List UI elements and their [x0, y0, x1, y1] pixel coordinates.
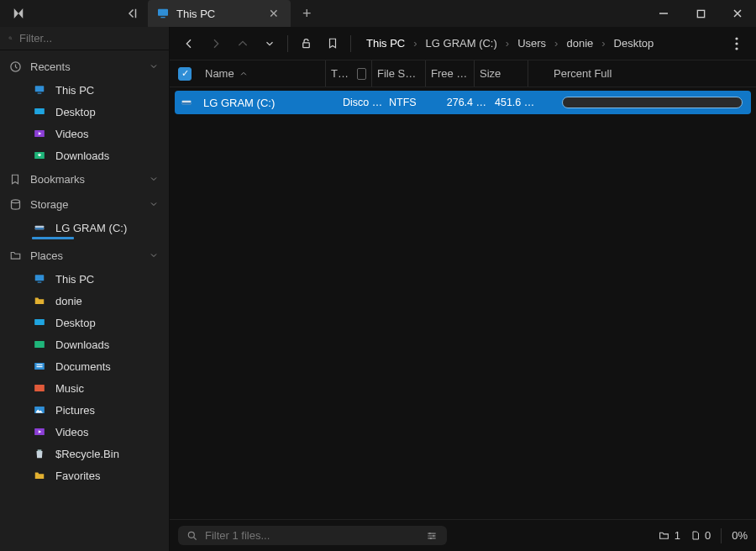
- column-free[interactable]: Free …: [426, 60, 475, 87]
- row-size: 451.6 …: [491, 97, 545, 108]
- new-tab-button[interactable]: +: [291, 5, 323, 23]
- bookmark-button[interactable]: [320, 31, 345, 56]
- row-type: Disco …: [343, 97, 389, 108]
- sidebar-item-label: Desktop: [55, 106, 96, 118]
- crumb-desktop[interactable]: Desktop: [609, 34, 659, 53]
- nav-back-button[interactable]: [176, 31, 202, 56]
- row-free: 276.4 …: [443, 97, 491, 108]
- sidebar-section-recents[interactable]: Recents: [0, 54, 169, 79]
- chevron-down-icon: [149, 61, 159, 71]
- unlock-button[interactable]: [293, 31, 318, 56]
- separator: [721, 528, 722, 543]
- crumb-donie[interactable]: donie: [561, 34, 598, 53]
- sidebar-item-documents[interactable]: Documents: [0, 355, 169, 377]
- chevron-down-icon: [149, 250, 159, 260]
- sidebar-item-favorites[interactable]: Favorites: [0, 464, 169, 486]
- svg-rect-5: [35, 86, 45, 92]
- svg-rect-29: [182, 102, 192, 104]
- crumb-this-pc[interactable]: This PC: [361, 34, 410, 53]
- crumb-users[interactable]: Users: [512, 34, 551, 53]
- sidebar-filter-input[interactable]: [19, 32, 160, 45]
- column-name[interactable]: Name: [200, 60, 326, 87]
- sidebar-item-videos-2[interactable]: Videos: [0, 421, 169, 443]
- row-filesystem: NTFS: [389, 97, 443, 108]
- sidebar-filter[interactable]: [0, 27, 169, 50]
- sidebar-item-downloads-2[interactable]: Downloads: [0, 333, 169, 355]
- tab-close-icon[interactable]: ✕: [265, 7, 282, 20]
- status-value: 0: [705, 529, 711, 542]
- sidebar-item-pictures[interactable]: Pictures: [0, 399, 169, 421]
- titlebar: This PC ✕ +: [0, 0, 756, 27]
- nav-forward-button[interactable]: [203, 31, 228, 56]
- svg-point-32: [433, 534, 434, 536]
- svg-point-10: [11, 199, 19, 202]
- sidebar-item-label: Videos: [55, 426, 89, 438]
- tab-this-pc[interactable]: This PC ✕: [148, 0, 291, 27]
- search-icon: [186, 530, 198, 542]
- svg-point-25: [735, 37, 738, 39]
- sidebar-item-music[interactable]: Music: [0, 377, 169, 399]
- videos-icon: [32, 127, 47, 140]
- sidebar-section-storage[interactable]: Storage: [0, 192, 169, 217]
- select-all-checkbox[interactable]: ✓: [178, 67, 192, 81]
- sidebar-item-videos[interactable]: Videos: [0, 123, 169, 144]
- column-size[interactable]: Size: [475, 60, 528, 87]
- file-filter-input[interactable]: [205, 529, 418, 542]
- panel-collapse-icon[interactable]: [124, 6, 139, 21]
- sidebar-item-label: Music: [55, 382, 84, 395]
- sidebar-section-bookmarks[interactable]: Bookmarks: [0, 166, 169, 192]
- file-filter[interactable]: [178, 526, 447, 545]
- crumb-drive[interactable]: LG GRAM (C:): [421, 34, 502, 53]
- storage-icon: [8, 197, 22, 211]
- documents-icon: [32, 359, 47, 373]
- downloads-icon: [32, 338, 47, 351]
- sidebar-item-label: This PC: [55, 273, 94, 286]
- column-percent[interactable]: Percent Full: [528, 60, 749, 87]
- window-controls: [645, 0, 756, 27]
- sidebar-item-desktop[interactable]: Desktop: [0, 101, 169, 123]
- sidebar-item-label: Downloads: [55, 150, 109, 162]
- window-close-button[interactable]: [719, 0, 756, 27]
- column-label: File S…: [377, 67, 416, 80]
- kebab-menu-button[interactable]: [724, 31, 749, 56]
- sidebar-item-downloads[interactable]: Downloads: [0, 144, 169, 166]
- svg-rect-6: [38, 93, 42, 94]
- sidebar-item-recycle[interactable]: $Recycle.Bin: [0, 443, 169, 464]
- sidebar-item-drive-c[interactable]: LG GRAM (C:): [0, 217, 169, 239]
- monitor-icon: [32, 83, 47, 97]
- music-icon: [32, 381, 47, 395]
- nav-up-button[interactable]: [230, 31, 255, 56]
- column-filesystem[interactable]: File S…: [372, 60, 426, 87]
- svg-rect-12: [35, 228, 45, 229]
- folder-outline-icon: [658, 530, 670, 541]
- app-logo-icon: [7, 2, 30, 25]
- sidebar-item-donie[interactable]: donie: [0, 290, 169, 312]
- sidebar-item-label: Videos: [55, 128, 89, 140]
- drive-icon: [178, 97, 195, 108]
- folder-icon: [32, 294, 47, 307]
- status-folder-count: 1: [658, 529, 680, 542]
- sidebar-section-places[interactable]: Places: [0, 243, 169, 268]
- filter-settings-icon[interactable]: [425, 530, 438, 542]
- sidebar-item-desktop-2[interactable]: Desktop: [0, 312, 169, 333]
- svg-rect-16: [34, 341, 45, 348]
- sidebar-item-this-pc-2[interactable]: This PC: [0, 268, 169, 290]
- sidebar-item-this-pc[interactable]: This PC: [0, 79, 169, 101]
- row-percent: [545, 97, 748, 108]
- window-maximize-button[interactable]: [682, 0, 719, 27]
- window-minimize-button[interactable]: [645, 0, 682, 27]
- row-name: LG GRAM (C:): [202, 97, 343, 109]
- svg-point-31: [429, 532, 431, 533]
- bookmark-icon: [8, 172, 22, 186]
- status-file-count: 0: [690, 529, 711, 542]
- search-icon: [8, 32, 13, 45]
- svg-rect-0: [158, 9, 168, 16]
- nav-dropdown-button[interactable]: [257, 31, 282, 56]
- file-row-drive[interactable]: LG GRAM (C:) Disco … NTFS 276.4 … 451.6 …: [175, 91, 751, 114]
- svg-rect-24: [302, 43, 309, 48]
- breadcrumb: This PC › LG GRAM (C:) › Users › donie ›…: [356, 34, 722, 53]
- column-type[interactable]: T…: [326, 60, 372, 87]
- svg-rect-14: [38, 282, 42, 283]
- section-label: Bookmarks: [30, 173, 85, 186]
- column-label: Free …: [431, 67, 467, 80]
